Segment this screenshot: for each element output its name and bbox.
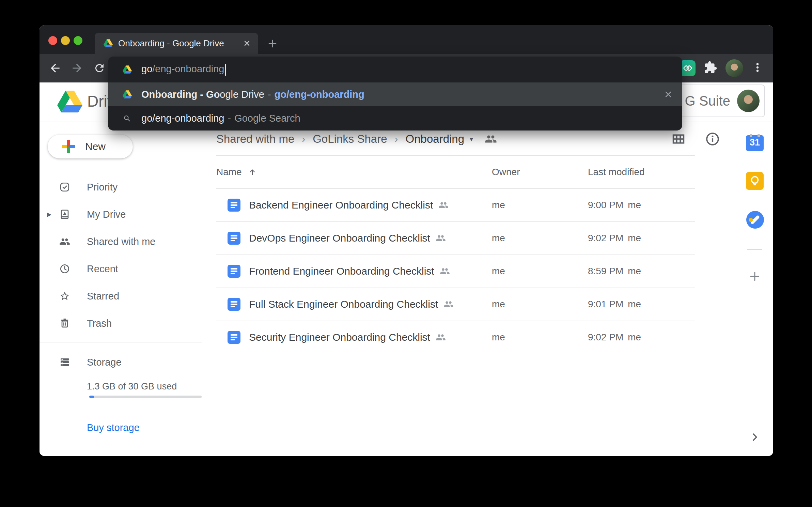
starred-icon bbox=[59, 291, 70, 302]
forward-icon[interactable] bbox=[69, 60, 85, 76]
folder-shared-icon bbox=[485, 133, 497, 145]
new-tab-button[interactable] bbox=[266, 37, 279, 50]
breadcrumb-shared-with-me[interactable]: Shared with me bbox=[216, 133, 294, 145]
browser-menu-icon[interactable] bbox=[751, 61, 764, 75]
file-name: Full Stack Engineer Onboarding Checklist bbox=[249, 298, 438, 310]
file-row[interactable]: Security Engineer Onboarding Checklist m… bbox=[216, 321, 695, 354]
sidebar-item-trash[interactable]: Trash bbox=[40, 310, 204, 337]
trash-icon bbox=[59, 318, 70, 329]
url-autocomplete-text: /eng-onboarding bbox=[152, 63, 224, 74]
info-icon[interactable] bbox=[704, 131, 721, 147]
drive-main: Shared with me › GoLinks Share › Onboard… bbox=[204, 122, 736, 456]
reload-icon[interactable] bbox=[91, 60, 108, 76]
shared-people-icon bbox=[436, 233, 446, 243]
breadcrumb-separator-icon: › bbox=[395, 133, 398, 145]
tab-title: Onboarding - Google Drive bbox=[118, 38, 241, 49]
storage-label: Storage bbox=[87, 357, 122, 368]
file-modified-by: me bbox=[628, 266, 641, 277]
table-header: Name Owner Last modified bbox=[216, 155, 695, 189]
new-button-label: New bbox=[85, 141, 106, 152]
file-row[interactable]: Full Stack Engineer Onboarding Checklist… bbox=[216, 288, 695, 321]
zoom-window-button[interactable] bbox=[74, 36, 82, 45]
file-table: Name Owner Last modified bbox=[216, 155, 695, 354]
shared-people-icon bbox=[440, 266, 450, 276]
shared-people-icon bbox=[436, 332, 446, 342]
google-docs-icon bbox=[228, 199, 240, 212]
drive-sidebar: New Priority ▶ bbox=[40, 122, 204, 456]
minimize-window-button[interactable] bbox=[61, 36, 70, 45]
column-last-modified[interactable]: Last modified bbox=[588, 167, 695, 178]
grid-view-icon[interactable] bbox=[670, 131, 687, 147]
drive-app: Drive G Suite New bbox=[40, 82, 773, 456]
drive-favicon bbox=[123, 65, 132, 74]
my-drive-icon bbox=[59, 209, 70, 220]
file-modified-time: 9:01 PM bbox=[588, 299, 623, 310]
gsuite-label: G Suite bbox=[685, 93, 730, 109]
keep-icon[interactable] bbox=[746, 172, 764, 190]
storage-usage-text: 1.3 GB of 30 GB used bbox=[87, 381, 177, 392]
calendar-icon[interactable]: 31 bbox=[746, 134, 764, 152]
storage-icon bbox=[59, 357, 70, 368]
file-owner: me bbox=[492, 299, 588, 310]
file-owner: me bbox=[492, 233, 588, 244]
close-window-button[interactable] bbox=[48, 36, 57, 45]
shared-with-me-icon bbox=[59, 236, 70, 247]
file-owner: me bbox=[492, 332, 588, 343]
file-owner: me bbox=[492, 200, 588, 211]
sidebar-item-starred[interactable]: Starred bbox=[40, 282, 204, 310]
file-name: Frontend Engineer Onboarding Checklist bbox=[249, 265, 434, 277]
address-bar[interactable]: go/eng-onboarding bbox=[108, 57, 682, 82]
suggestion-drive-result[interactable]: Onboarding - Google Drive-go/eng-onboard… bbox=[108, 82, 682, 106]
tasks-icon[interactable] bbox=[746, 211, 764, 228]
breadcrumb-separator-icon: › bbox=[302, 133, 305, 145]
new-button[interactable]: New bbox=[48, 135, 133, 158]
url-typed-text: go bbox=[141, 63, 152, 74]
toolbar-right-cluster bbox=[680, 59, 773, 77]
file-modified-time: 9:02 PM bbox=[588, 233, 623, 244]
file-modified-by: me bbox=[628, 332, 641, 343]
breadcrumb-current-folder[interactable]: Onboarding bbox=[406, 133, 464, 145]
sidebar-item-my-drive[interactable]: ▶ My Drive bbox=[40, 201, 204, 228]
sidebar-label: Recent bbox=[87, 263, 118, 275]
sidebar-label: My Drive bbox=[87, 209, 126, 220]
column-owner[interactable]: Owner bbox=[492, 167, 588, 178]
suggestion-url: go/eng-onboarding bbox=[275, 89, 364, 100]
back-icon[interactable] bbox=[47, 60, 63, 76]
drive-favicon bbox=[104, 39, 113, 47]
sidebar-item-shared-with-me[interactable]: Shared with me bbox=[40, 228, 204, 255]
file-row[interactable]: Frontend Engineer Onboarding Checklist m… bbox=[216, 255, 695, 288]
sidebar-label: Priority bbox=[87, 182, 118, 193]
sidebar-item-storage[interactable]: Storage bbox=[40, 349, 204, 376]
add-addon-icon[interactable] bbox=[748, 270, 762, 283]
file-name: Backend Engineer Onboarding Checklist bbox=[249, 199, 433, 211]
drive-logo-icon[interactable] bbox=[57, 91, 82, 112]
column-name[interactable]: Name bbox=[216, 167, 492, 178]
sidebar-label: Trash bbox=[87, 318, 112, 329]
buy-storage-link[interactable]: Buy storage bbox=[87, 422, 140, 433]
sidebar-item-priority[interactable]: Priority bbox=[40, 173, 204, 201]
companion-rail: 31 bbox=[736, 122, 773, 456]
extensions-puzzle-icon[interactable] bbox=[704, 61, 717, 76]
account-avatar[interactable] bbox=[737, 90, 760, 112]
browser-window: Onboarding - Google Drive bbox=[40, 25, 773, 456]
file-owner: me bbox=[492, 266, 588, 277]
sort-ascending-icon[interactable] bbox=[248, 168, 257, 176]
google-docs-icon bbox=[228, 265, 240, 278]
browser-tab[interactable]: Onboarding - Google Drive bbox=[95, 33, 258, 54]
priority-icon bbox=[59, 182, 70, 193]
browser-profile-avatar[interactable] bbox=[725, 59, 743, 77]
breadcrumb-golinks-share[interactable]: GoLinks Share bbox=[313, 133, 387, 145]
hide-panel-chevron-icon[interactable] bbox=[749, 431, 761, 443]
suggestion-search-label: Google Search bbox=[234, 113, 300, 124]
suggestion-dash: - bbox=[268, 89, 271, 100]
file-modified-by: me bbox=[628, 233, 641, 244]
file-row[interactable]: DevOps Engineer Onboarding Checklist me … bbox=[216, 222, 695, 255]
tab-close-icon[interactable] bbox=[241, 37, 253, 49]
expander-icon[interactable]: ▶ bbox=[47, 211, 51, 218]
recent-clock-icon bbox=[59, 263, 70, 274]
sidebar-item-recent[interactable]: Recent bbox=[40, 255, 204, 282]
file-row[interactable]: Backend Engineer Onboarding Checklist me… bbox=[216, 189, 695, 222]
suggestion-search-result[interactable]: go/eng-onboarding-Google Search bbox=[108, 106, 682, 130]
remove-suggestion-icon[interactable] bbox=[662, 89, 674, 100]
folder-menu-caret-icon[interactable]: ▾ bbox=[470, 135, 473, 143]
